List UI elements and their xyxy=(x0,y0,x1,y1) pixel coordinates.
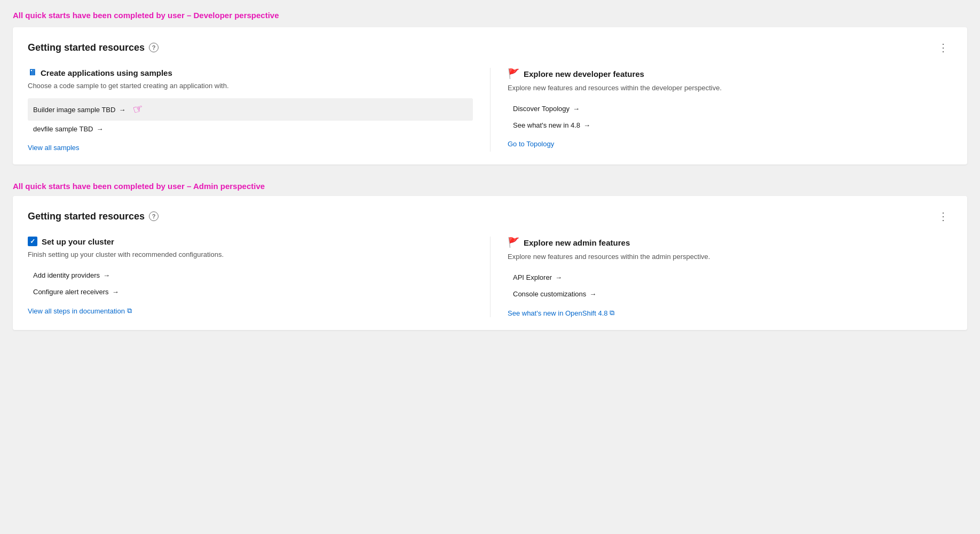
developer-card-title-text: Getting started resources xyxy=(28,42,145,53)
developer-left-description: Choose a code sample to get started crea… xyxy=(28,82,473,90)
configure-alert-link[interactable]: Configure alert receivers → xyxy=(28,284,473,300)
admin-card: Getting started resources ? ⋮ ✓ Set up y… xyxy=(13,196,967,330)
view-all-steps-external-icon: ⧉ xyxy=(127,307,132,315)
new-in-48-text: See what's new in 4.8 xyxy=(513,121,580,129)
admin-right-heading: Explore new admin features xyxy=(524,238,630,247)
admin-section-label: All quick starts have been completed by … xyxy=(13,182,967,191)
builder-image-link-text: Builder image sample TBD xyxy=(33,106,115,114)
admin-left-heading: Set up your cluster xyxy=(42,237,114,246)
kebab-menu-icon[interactable]: ⋮ xyxy=(935,40,952,55)
view-all-steps-text: View all steps in documentation xyxy=(28,307,125,315)
checkbox-icon: ✓ xyxy=(28,237,37,246)
developer-left-heading: Create applications using samples xyxy=(41,68,172,77)
add-identity-arrow: → xyxy=(103,271,110,279)
admin-card-header: Getting started resources ? ⋮ xyxy=(28,209,952,224)
devfile-link-text: devfile sample TBD xyxy=(33,125,93,133)
see-whats-new-openshift-link[interactable]: See what's new in OpenShift 4.8 ⧉ xyxy=(508,309,614,317)
discover-topology-link[interactable]: Discover Topology → xyxy=(508,100,952,117)
admin-right-description: Explore new features and resources withi… xyxy=(508,253,952,261)
see-whats-new-external-icon: ⧉ xyxy=(610,309,614,317)
discover-topology-text: Discover Topology xyxy=(513,105,570,113)
add-identity-text: Add identity providers xyxy=(33,271,100,279)
cursor-hand-icon: ☞ xyxy=(131,101,145,117)
developer-card-header: Getting started resources ? ⋮ xyxy=(28,40,952,55)
configure-alert-arrow: → xyxy=(112,288,119,296)
developer-right-description: Explore new features and resources withi… xyxy=(508,84,952,92)
console-customizations-link[interactable]: Console customizations → xyxy=(508,286,952,302)
developer-left-col: 🖥 Create applications using samples Choo… xyxy=(28,68,490,152)
add-identity-providers-link[interactable]: Add identity providers → xyxy=(28,267,473,284)
developer-section-label: All quick starts have been completed by … xyxy=(13,11,967,20)
new-in-48-link[interactable]: See what's new in 4.8 → xyxy=(508,117,952,134)
builder-image-arrow: → xyxy=(118,106,125,114)
devfile-arrow: → xyxy=(96,125,103,133)
api-explorer-text: API Explorer xyxy=(513,273,552,281)
admin-left-col: ✓ Set up your cluster Finish setting up … xyxy=(28,237,490,317)
admin-left-description: Finish setting up your cluster with reco… xyxy=(28,250,473,258)
new-in-48-arrow: → xyxy=(583,121,590,129)
monitor-icon: 🖥 xyxy=(28,68,36,77)
flag-icon-developer: 🚩 xyxy=(508,68,519,80)
go-to-topology-link[interactable]: Go to Topology xyxy=(508,140,554,148)
developer-card: Getting started resources ? ⋮ 🖥 Create a… xyxy=(13,27,967,164)
admin-right-title: 🚩 Explore new admin features xyxy=(508,237,952,248)
admin-kebab-menu-icon[interactable]: ⋮ xyxy=(935,209,952,224)
admin-right-col: 🚩 Explore new admin features Explore new… xyxy=(490,237,952,317)
builder-image-link[interactable]: Builder image sample TBD → ☞ xyxy=(28,98,473,121)
flag-icon-admin: 🚩 xyxy=(508,237,519,248)
api-explorer-arrow: → xyxy=(555,273,562,281)
developer-card-body: 🖥 Create applications using samples Choo… xyxy=(28,68,952,152)
view-all-samples-link[interactable]: View all samples xyxy=(28,144,80,152)
api-explorer-link[interactable]: API Explorer → xyxy=(508,269,952,286)
developer-right-heading: Explore new developer features xyxy=(524,69,644,78)
console-customizations-arrow: → xyxy=(589,290,596,298)
developer-right-title: 🚩 Explore new developer features xyxy=(508,68,952,80)
see-whats-new-text: See what's new in OpenShift 4.8 xyxy=(508,309,607,317)
developer-right-col: 🚩 Explore new developer features Explore… xyxy=(490,68,952,152)
admin-help-icon[interactable]: ? xyxy=(149,211,159,221)
admin-card-title: Getting started resources ? xyxy=(28,211,159,222)
devfile-link[interactable]: devfile sample TBD → xyxy=(28,121,473,137)
developer-left-title: 🖥 Create applications using samples xyxy=(28,68,473,77)
admin-left-title: ✓ Set up your cluster xyxy=(28,237,473,246)
admin-card-title-text: Getting started resources xyxy=(28,211,145,222)
admin-card-body: ✓ Set up your cluster Finish setting up … xyxy=(28,237,952,317)
help-icon[interactable]: ? xyxy=(149,43,159,52)
developer-card-title: Getting started resources ? xyxy=(28,42,159,53)
discover-topology-arrow: → xyxy=(573,105,580,113)
configure-alert-text: Configure alert receivers xyxy=(33,288,109,296)
console-customizations-text: Console customizations xyxy=(513,290,586,298)
view-all-steps-link[interactable]: View all steps in documentation ⧉ xyxy=(28,307,132,315)
